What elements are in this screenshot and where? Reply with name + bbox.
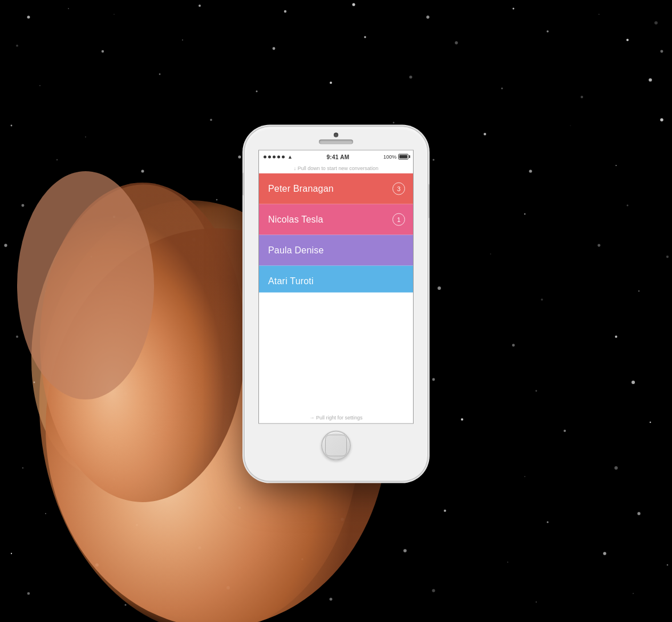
contact-name-atari: Atari Turoti [268, 276, 314, 286]
contact-item-atari[interactable]: Atari Turoti [259, 266, 413, 293]
signal-dot-4 [277, 155, 280, 158]
contact-badge-nicolas: 1 [392, 213, 405, 226]
scene: ▲ 9:41 AM 100% ↓ Pull down to start new … [0, 0, 672, 622]
status-time: 9:41 AM [326, 154, 349, 160]
screen: ▲ 9:41 AM 100% ↓ Pull down to start new … [258, 150, 414, 424]
contact-list: Peter Branagan 3 Nicolas Tesla 1 Paula D… [259, 173, 413, 293]
phone-top [245, 127, 427, 144]
svg-point-2 [17, 171, 154, 399]
battery-fill [399, 155, 407, 159]
battery-icon [398, 154, 408, 160]
camera [334, 133, 338, 138]
contact-name-paula: Paula Denise [268, 245, 324, 256]
signal-dot-5 [282, 155, 285, 158]
contact-item-peter[interactable]: Peter Branagan 3 [259, 173, 413, 204]
pull-down-hint: ↓ Pull down to start new conversation [259, 163, 413, 173]
battery-area: 100% [383, 154, 408, 160]
contact-item-paula[interactable]: Paula Denise [259, 235, 413, 266]
signal-area: ▲ [264, 154, 293, 160]
contact-name-nicolas: Nicolas Tesla [268, 215, 323, 225]
battery-percent: 100% [383, 154, 396, 160]
home-button[interactable] [321, 431, 351, 461]
contact-item-nicolas[interactable]: Nicolas Tesla 1 [259, 204, 413, 235]
home-button-inner [325, 435, 347, 457]
phone: ▲ 9:41 AM 100% ↓ Pull down to start new … [245, 127, 427, 481]
status-bar: ▲ 9:41 AM 100% [259, 151, 413, 163]
contact-badge-peter: 3 [392, 183, 405, 195]
empty-space [259, 293, 413, 412]
signal-dot-1 [264, 155, 266, 158]
contact-name-peter: Peter Branagan [268, 184, 334, 194]
phone-body: ▲ 9:41 AM 100% ↓ Pull down to start new … [245, 127, 427, 481]
wifi-icon: ▲ [288, 154, 293, 160]
signal-dot-3 [273, 155, 276, 158]
speaker [319, 140, 353, 144]
signal-dot-2 [268, 155, 271, 158]
pull-right-hint: → Pull right for settings [259, 412, 413, 423]
